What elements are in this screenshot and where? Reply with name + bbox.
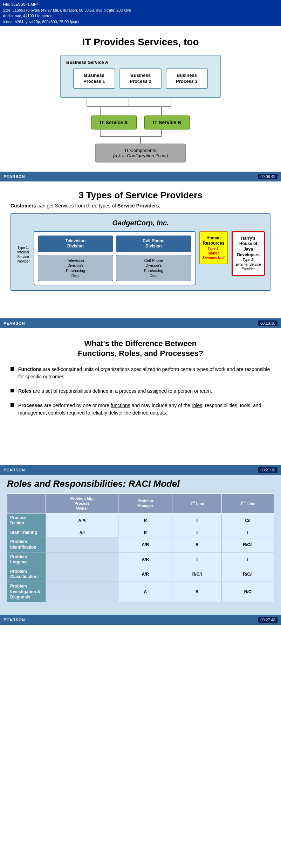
bullet2-bold: Roles — [18, 388, 32, 394]
slide4: Roles and Responsibilities: RACI Model P… — [0, 475, 281, 615]
slide2-timestamp: 00:13:38 — [258, 320, 277, 326]
cell-5-3: R/C/I — [172, 567, 222, 582]
row-label-6: ProblemInvestigation &Diagnosis — [7, 582, 46, 602]
row-label-4: ProblemLogging — [7, 552, 46, 567]
col-header-4: 2nd Line — [222, 493, 274, 513]
cell-3-3: R — [172, 537, 222, 552]
gadget-title: GadgetCorp, Inc. — [16, 219, 265, 227]
tv-dept: TelevisionDivision'sPurchasingDept — [38, 255, 113, 281]
television-division: TelevisionDivision — [38, 236, 113, 252]
cell-4-2: A/R — [118, 552, 172, 567]
raci-row-1: ProcessDesign A ✎ R I C/I — [7, 513, 274, 528]
cell-2-1: A/I — [46, 528, 118, 537]
file-info-line4: Video: h264, yuv420p, 800x600, 25.00 fps… — [3, 19, 278, 25]
gadget-container: GadgetCorp, Inc. Type 1: Internal Servic… — [11, 213, 270, 291]
bullet-list: Functions are self-contained units of or… — [11, 366, 270, 417]
cell-4-1 — [46, 552, 118, 567]
it-components-box: IT Components (a.k.a. Configuration Item… — [95, 144, 186, 163]
bullet-item-3: Processes are performed by one or more f… — [11, 402, 270, 417]
process-item-2: BusinessProcess 2 — [119, 68, 162, 89]
bullet-text-2: Roles are a set of responsibilities defi… — [18, 387, 212, 395]
slide2: 3 Types of Service Providers Customers c… — [0, 181, 281, 318]
cell-2-2: R — [118, 528, 172, 537]
cell-5-1 — [46, 567, 118, 582]
col-header-2: ProblemManager — [118, 493, 172, 513]
cell-6-2: A — [118, 582, 172, 602]
divisions-block: TelevisionDivision Cell PhoneDivision Te… — [34, 231, 196, 285]
cellphone-division: Cell PhoneDivision — [116, 236, 191, 252]
cell-6-1 — [46, 582, 118, 602]
hr-type: Type 2:SharedServices Unit — [203, 246, 225, 260]
process-row: BusinessProcess 1 BusinessProcess 2 Busi… — [66, 68, 215, 89]
bullet3-bold: Processes — [18, 403, 43, 408]
bullet-text-1: Functions are self-contained units of or… — [18, 366, 270, 380]
bullet-text-3: Processes are performed by one or more f… — [18, 402, 270, 417]
row-label-2: Staff Training — [7, 528, 46, 537]
bullet2-rest: are a set of responsibilities defined in… — [33, 388, 212, 394]
bullet1-rest: are self-contained units of organization… — [18, 366, 270, 379]
type1-line1: Type 1: — [18, 246, 29, 250]
type1-line2: Internal — [17, 250, 29, 254]
file-info-line1: File: 3LESS0~1.MP4 — [3, 1, 278, 7]
bullet-square-3 — [11, 403, 14, 407]
process-item-3: BusinessProcess 3 — [166, 68, 208, 89]
subtitle-bold2: Service Providers — [117, 203, 159, 208]
connector-svg2 — [60, 130, 221, 144]
bullet3-rest2: and may include any of the — [130, 403, 192, 408]
bullet3-underline1: functions — [111, 403, 130, 408]
pearson-logo-1: PEARSON — [4, 174, 25, 179]
it-service-a: IT Service A — [91, 115, 137, 130]
it-services-row: IT Service A IT Service B — [11, 115, 270, 130]
cell-4-4: I — [222, 552, 274, 567]
division-row-bottom: TelevisionDivision'sPurchasingDept Cell … — [38, 255, 191, 281]
slide3-footer: PEARSON 00:21:38 — [0, 465, 281, 475]
cell-5-2: A/R — [118, 567, 172, 582]
cell-3-2: A/R — [118, 537, 172, 552]
gadget-inner: Type 1: Internal Service Provider Televi… — [16, 231, 265, 285]
raci-row-5: ProblemClassification A/R R/C/I R/C/I — [7, 567, 274, 582]
harry-block: Harry'sHouse ofJavaDevelopers Type 3:Ext… — [232, 231, 265, 276]
hr-line1: Human — [203, 236, 225, 241]
raci-row-4: ProblemLogging A/R I I — [7, 552, 274, 567]
slide4-title: Roles and Responsibilities: RACI Model — [7, 478, 274, 489]
cell-4-3: I — [172, 552, 222, 567]
slide2-title: 3 Types of Service Providers — [11, 190, 270, 201]
col-header-1: Problem MgtProcessOwner — [46, 493, 118, 513]
bullet-item-2: Roles are a set of responsibilities defi… — [11, 387, 270, 395]
slide1: IT Provides Services, too Business Servi… — [0, 26, 281, 172]
type1-label: Type 1: Internal Service Provider — [16, 231, 30, 264]
service-box-label: Business Service A — [66, 60, 215, 65]
it-components-line2: (a.k.a. Configuration Items) — [113, 153, 168, 158]
cell-2-3: I — [172, 528, 222, 537]
right-section: Harry'sHouse ofJavaDevelopers Type 3:Ext… — [232, 231, 265, 276]
file-info-line3: Audio: aac, 44100 Hz, stereo — [3, 13, 278, 19]
cell-1-2: R — [118, 513, 172, 528]
subtitle-bold1: Customers — [11, 203, 36, 208]
pearson-logo-2: PEARSON — [4, 321, 25, 325]
pearson-logo-4: PEARSON — [4, 618, 25, 622]
slide3-title: What's the Difference Between Functions,… — [11, 339, 270, 359]
file-info-line2: Size: 51665378 bytes (49.27 MiB), durati… — [3, 7, 278, 13]
cell-1-3: I — [172, 513, 222, 528]
slide1-timestamp: 00:08:42 — [258, 174, 277, 179]
slide1-footer: PEARSON 00:08:42 — [0, 172, 281, 181]
pearson-logo-3: PEARSON — [4, 468, 25, 472]
row-label-5: ProblemClassification — [7, 567, 46, 582]
connectors1 — [60, 98, 221, 115]
slide1-title: IT Provides Services, too — [11, 37, 270, 48]
slide3: What's the Difference Between Functions,… — [0, 328, 281, 465]
hr-line2: Resources — [203, 241, 225, 246]
bullet-square-2 — [11, 389, 14, 392]
process-item-1: BusinessProcess 1 — [73, 68, 115, 89]
cell-3-1 — [46, 537, 118, 552]
bullet-item-1: Functions are self-contained units of or… — [11, 366, 270, 380]
cell-6-4: R/C — [222, 582, 274, 602]
slide4-footer: PEARSON 00:27:48 — [0, 615, 281, 625]
subtitle-end: : — [159, 203, 160, 208]
slide2-footer: PEARSON 00:13:38 — [0, 318, 281, 328]
hr-box: Human Resources Type 2:SharedServices Un… — [199, 231, 228, 264]
bullet3-rest: are performed by one or more — [44, 403, 111, 408]
raci-header-row: Problem MgtProcessOwner ProblemManager 1… — [7, 493, 274, 513]
cell-1-4: C/I — [222, 513, 274, 528]
cp-dept: Cell PhoneDivision'sPurchasingDept — [116, 255, 191, 281]
